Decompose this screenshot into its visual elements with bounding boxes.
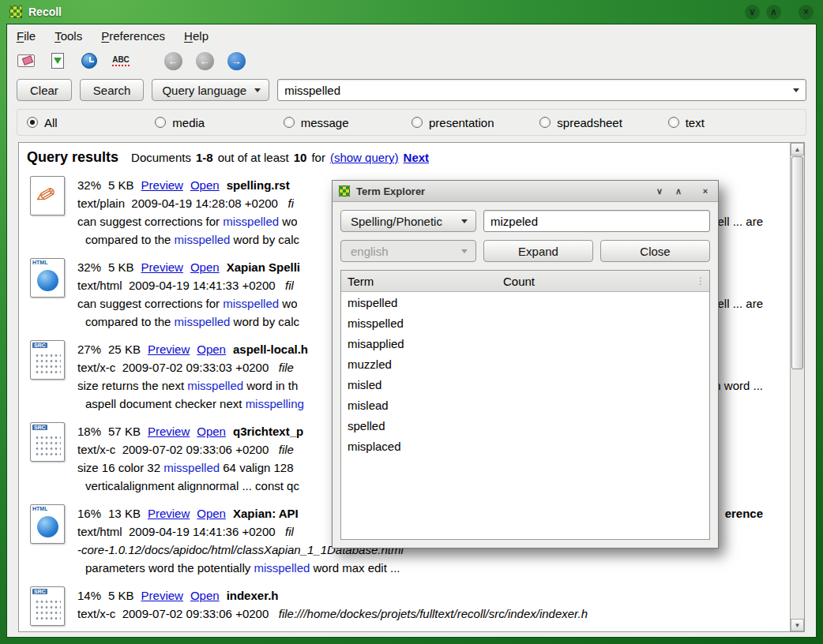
open-link[interactable]: Open [197, 504, 226, 522]
results-info: Documents 1-8 out of at least 10 for (sh… [131, 151, 429, 164]
terms-table-header: Term Count ⋮ [341, 271, 709, 292]
term-explorer-titlebar[interactable]: Term Explorer ∨ ∧ × [333, 181, 718, 202]
relevance-percent: 16% [77, 504, 101, 522]
history-button[interactable] [78, 50, 100, 72]
open-link[interactable]: Open [197, 340, 226, 358]
preview-link[interactable]: Preview [148, 340, 190, 358]
menu-tools[interactable]: Tools [54, 29, 82, 43]
term-row[interactable]: misspelled [341, 313, 709, 333]
query-input[interactable]: misspelled [277, 79, 806, 101]
clear-button[interactable]: Clear [17, 79, 72, 101]
back-arrow-icon: ← [196, 52, 214, 70]
radio-icon [155, 117, 166, 128]
chevron-down-icon [461, 219, 468, 223]
of-text: out of at least [218, 151, 289, 164]
update-index-button[interactable] [47, 50, 69, 72]
erase-search-button[interactable] [15, 50, 37, 72]
titlebar[interactable]: Recoll ∨ ∧ × [0, 0, 823, 24]
scrollbar-track[interactable] [791, 155, 804, 619]
term-row[interactable]: muzzled [341, 354, 709, 374]
results-header: Query results Documents 1-8 out of at le… [27, 148, 790, 170]
term-cell: mispelled [341, 296, 503, 309]
filter-presentation[interactable]: presentation [412, 116, 539, 129]
prev-page-button[interactable]: ← [194, 50, 216, 72]
open-link[interactable]: Open [190, 586, 220, 605]
query-dropdown-arrow-icon[interactable] [793, 88, 799, 92]
query-mode-select[interactable]: Query language [152, 79, 269, 101]
dialog-close-button[interactable]: × [699, 185, 712, 197]
menu-file[interactable]: File [17, 29, 36, 43]
menu-preferences[interactable]: Preferences [101, 29, 165, 43]
back-arrow-icon: ← [164, 52, 182, 70]
preview-link[interactable]: Preview [141, 586, 183, 605]
term-input-value: mizpeled [490, 215, 538, 228]
relevance-percent: 14% [77, 586, 101, 605]
term-row[interactable]: mispelled [341, 292, 709, 313]
results-scrollbar[interactable]: ▲ ▼ [790, 143, 804, 631]
close-button[interactable]: × [799, 5, 814, 20]
filter-label: media [172, 116, 205, 129]
html-icon [30, 504, 65, 544]
dialog-maximize-button[interactable]: ∧ [672, 185, 685, 197]
results-range: 1-8 [196, 151, 213, 164]
documents-label: Documents [131, 151, 191, 164]
maximize-button[interactable]: ∧ [766, 5, 781, 20]
filter-row: Allmediamessagepresentationspreadsheette… [17, 109, 806, 136]
filter-text[interactable]: text [668, 116, 796, 129]
text-edit-icon [30, 176, 65, 215]
term-row[interactable]: misled [341, 374, 709, 395]
preview-link[interactable]: Preview [148, 422, 190, 440]
erase-search-icon [17, 54, 35, 67]
search-button[interactable]: Search [80, 79, 145, 101]
next-page-link[interactable]: Next [404, 151, 430, 164]
next-page-button[interactable]: → [225, 50, 247, 72]
count-column-header[interactable]: Count [503, 275, 696, 288]
spellcheck-abc-icon: ABC [112, 55, 130, 66]
preview-link[interactable]: Preview [141, 258, 183, 276]
first-page-button[interactable]: ← [162, 50, 184, 72]
spellcheck-button[interactable]: ABC [110, 50, 132, 72]
filter-media[interactable]: media [155, 116, 283, 129]
html-icon [30, 258, 65, 298]
file-size: 5 KB [108, 258, 134, 276]
term-cell: misapplied [341, 337, 503, 350]
result-item: 14%5 KBPreviewOpenindexer.htext/x-c 2009… [27, 586, 790, 626]
scrollbar-thumb[interactable] [791, 156, 803, 369]
open-link[interactable]: Open [190, 176, 220, 194]
dialog-shade-button[interactable]: ∨ [653, 185, 666, 197]
filter-label: spreadsheet [557, 116, 622, 129]
term-row[interactable]: spelled [341, 415, 709, 436]
shade-button[interactable]: ∨ [745, 5, 760, 20]
filter-message[interactable]: message [284, 116, 412, 129]
for-text: for [311, 151, 325, 164]
term-column-header[interactable]: Term [341, 275, 503, 288]
file-size: 25 KB [108, 340, 141, 358]
query-mode-value: Query language [162, 84, 246, 97]
expansion-mode-select[interactable]: Spelling/Phonetic [340, 210, 476, 232]
scroll-up-button[interactable]: ▲ [791, 143, 804, 155]
result-title: q3richtext_p [233, 422, 303, 440]
language-select: english [340, 240, 476, 262]
source-icon [30, 586, 65, 626]
snippet-overflow: ell ... are [717, 212, 763, 230]
filter-spreadsheet[interactable]: spreadsheet [539, 116, 667, 129]
term-row[interactable]: mislead [341, 395, 709, 415]
file-size: 57 KB [108, 422, 141, 440]
term-row[interactable]: misplaced [341, 436, 709, 456]
open-link[interactable]: Open [197, 422, 226, 440]
relevance-percent: 18% [77, 422, 101, 440]
show-query-link[interactable]: (show query) [330, 151, 399, 164]
dialog-window-buttons: ∨ ∧ × [653, 185, 712, 197]
file-size: 5 KB [108, 176, 134, 194]
recoll-logo-icon [339, 185, 350, 197]
term-row[interactable]: misapplied [341, 333, 709, 354]
expand-button[interactable]: Expand [483, 240, 593, 262]
dialog-close-action-button[interactable]: Close [600, 240, 710, 262]
filter-all[interactable]: All [27, 116, 155, 129]
preview-link[interactable]: Preview [148, 504, 190, 522]
preview-link[interactable]: Preview [141, 176, 183, 194]
scroll-down-button[interactable]: ▼ [791, 619, 804, 631]
menu-help[interactable]: Help [184, 29, 209, 43]
term-input[interactable]: mizpeled [483, 210, 710, 232]
open-link[interactable]: Open [190, 258, 220, 276]
